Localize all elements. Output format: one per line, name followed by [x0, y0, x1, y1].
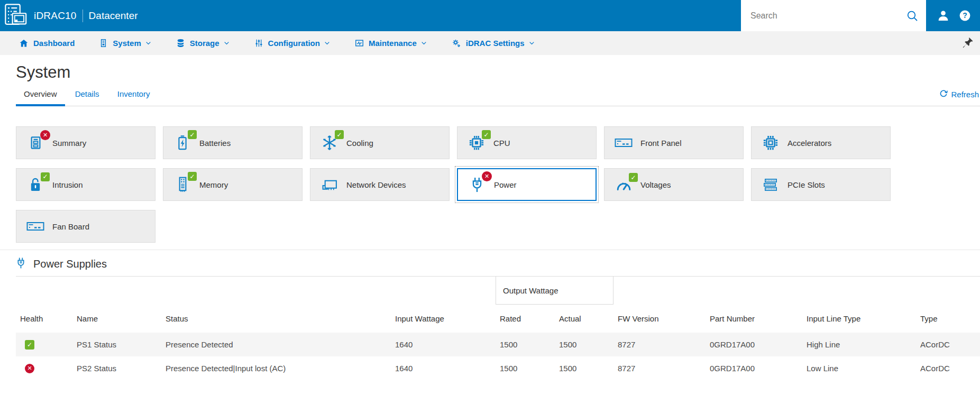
tile-intrusion[interactable]: Intrusion: [16, 168, 155, 201]
col-header-health: Health: [16, 314, 72, 323]
pin-icon[interactable]: [962, 36, 974, 50]
tile-cooling[interactable]: Cooling: [310, 126, 450, 159]
app-header: iDRAC10 Datacenter ?: [0, 0, 980, 31]
nav-item-idrac-settings[interactable]: iDRAC Settings: [452, 39, 535, 48]
power-plug-icon: [16, 257, 26, 271]
nav-item-dashboard[interactable]: Dashboard: [19, 39, 75, 48]
health-ok-badge: [25, 340, 34, 350]
maintenance-icon: [355, 39, 364, 48]
tile-cpu[interactable]: CPU: [457, 126, 597, 159]
search-input[interactable]: [750, 11, 906, 21]
power-supplies-section: Power Supplies Output Wattage Health Nam…: [0, 250, 980, 380]
col-header-rated: Rated: [496, 314, 555, 323]
idrac-logo-icon: [5, 4, 27, 27]
part-number-cell: 0GRD17A00: [706, 340, 802, 349]
tab-details[interactable]: Details: [67, 87, 107, 106]
memory-stick-icon: [172, 177, 193, 192]
brand-name: iDRAC10: [34, 10, 77, 22]
summary-icon: [25, 135, 45, 150]
network-card-icon: [319, 178, 340, 191]
brand-divider: [83, 10, 83, 22]
section-title: Power Supplies: [33, 258, 107, 270]
home-icon: [19, 39, 29, 48]
search-icon[interactable]: [906, 10, 919, 22]
svg-text:?: ?: [963, 11, 967, 20]
tile-label: PCIe Slots: [787, 180, 825, 189]
table-group-header-row: Output Wattage: [16, 276, 980, 305]
tile-label: Network Devices: [346, 180, 406, 189]
chevron-down-icon: [145, 40, 152, 47]
nav-item-maintenance[interactable]: Maintenance: [355, 39, 427, 48]
col-header-name: Name: [72, 314, 161, 323]
refresh-button[interactable]: Refresh: [939, 89, 979, 99]
page-title: System: [16, 62, 980, 82]
status-ok-badge: [188, 130, 197, 139]
nav-label: Storage: [190, 39, 219, 48]
nav-item-storage[interactable]: Storage: [176, 39, 230, 48]
tile-network-devices[interactable]: Network Devices: [310, 168, 450, 201]
tile-front-panel[interactable]: Front Panel: [604, 126, 744, 159]
col-header-type: Type: [916, 314, 980, 323]
tab-inventory[interactable]: Inventory: [109, 87, 158, 106]
open-lock-icon: [25, 177, 45, 192]
chevron-down-icon: [528, 40, 535, 47]
fan-board-icon: [25, 222, 45, 231]
table-header-row: Health Name Status Input Wattage Rated A…: [16, 305, 980, 333]
tile-label: Cooling: [346, 139, 373, 148]
input-line-type-cell: High Line: [802, 340, 916, 349]
col-header-status: Status: [161, 314, 391, 323]
health-cell: [16, 364, 72, 373]
type-cell: ACorDC: [916, 364, 980, 373]
power-plug-icon: [467, 177, 487, 193]
nav-item-configuration[interactable]: Configuration: [254, 39, 331, 48]
nav-label: Maintenance: [369, 39, 417, 48]
status-cell: Presence Detected|Input lost (AC): [161, 364, 391, 373]
rated-cell: 1500: [496, 340, 555, 349]
pcie-slots-icon: [761, 178, 781, 192]
status-ok-badge: [629, 173, 638, 182]
input-wattage-cell: 1640: [391, 340, 496, 349]
power-supplies-header: Power Supplies: [16, 257, 980, 271]
status-ok-badge: [482, 130, 491, 139]
tile-fan-board[interactable]: Fan Board: [16, 210, 155, 243]
col-header-input-line-type: Input Line Type: [802, 314, 916, 323]
sliders-icon: [254, 39, 263, 48]
tile-accelerators[interactable]: Accelerators: [751, 126, 891, 159]
tile-voltages[interactable]: Voltages: [604, 168, 744, 201]
search-box: [741, 0, 926, 31]
help-icon[interactable]: ?: [958, 9, 972, 22]
tile-label: Power: [494, 180, 517, 189]
group-header-output-wattage: Output Wattage: [496, 277, 613, 305]
status-ok-badge: [188, 172, 197, 181]
tile-power[interactable]: Power: [457, 168, 597, 201]
tile-memory[interactable]: Memory: [163, 168, 303, 201]
gauge-icon: [613, 178, 634, 191]
col-header-part-number: Part Number: [706, 314, 802, 323]
gears-icon: [452, 39, 461, 48]
col-header-fw-version: FW Version: [613, 314, 706, 323]
fw-version-cell: 8727: [613, 340, 706, 349]
brand: iDRAC10 Datacenter: [0, 0, 741, 31]
tile-pcie-slots[interactable]: PCIe Slots: [751, 168, 891, 201]
chevron-down-icon: [324, 40, 331, 47]
status-ok-badge: [335, 130, 344, 139]
tile-batteries[interactable]: Batteries: [163, 126, 303, 159]
chevron-down-icon: [223, 40, 230, 47]
nav-label: Dashboard: [33, 39, 75, 48]
health-error-badge: [25, 364, 34, 373]
table-row: PS2 Status Presence Detected|Input lost …: [16, 356, 980, 380]
chevron-down-icon: [420, 40, 427, 47]
col-header-input-wattage: Input Wattage: [391, 314, 496, 323]
nav-label: iDRAC Settings: [466, 39, 525, 48]
tab-overview[interactable]: Overview: [16, 87, 65, 106]
tile-label: Intrusion: [52, 180, 83, 189]
accelerator-chip-icon: [761, 135, 781, 151]
tile-label: Front Panel: [640, 139, 682, 148]
actual-cell: 1500: [555, 340, 613, 349]
main-nav: Dashboard System Storage: [0, 31, 980, 55]
user-icon[interactable]: [937, 9, 950, 22]
tile-summary[interactable]: Summary: [16, 126, 155, 159]
nav-item-system[interactable]: System: [99, 39, 151, 48]
name-cell: PS2 Status: [72, 364, 161, 373]
brand-product: Datacenter: [89, 10, 138, 22]
